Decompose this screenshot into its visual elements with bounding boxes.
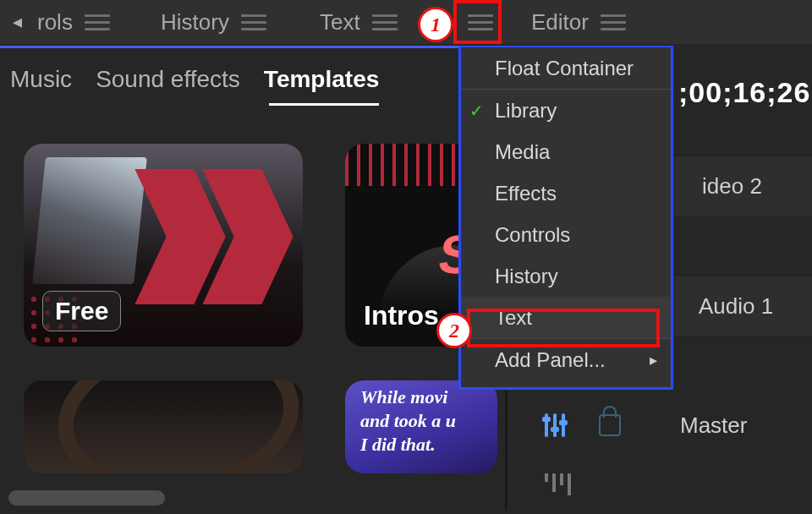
tab-editor[interactable]: Editor [531, 0, 626, 44]
template-thumb-wreath[interactable] [24, 380, 303, 473]
tab-history-label: History [161, 9, 229, 36]
library-subtabs: Music Sound effects Templates [10, 66, 379, 93]
annotation-callout-1: 1 [418, 7, 453, 42]
annotation-box-2 [467, 309, 660, 347]
track-master-label: Master [680, 413, 747, 439]
subtab-underline [269, 103, 379, 106]
thumb-art [47, 380, 303, 473]
menu-item-history[interactable]: History [461, 255, 671, 297]
menu-item-label: Library [495, 99, 557, 123]
thumb-quote-text: While movi and took a u I did that. [360, 386, 487, 457]
thumb-art [151, 169, 210, 304]
template-thumb-free[interactable]: Free [24, 144, 303, 347]
tab-history[interactable]: History [161, 0, 266, 44]
hamburger-icon[interactable] [372, 14, 398, 30]
menu-item-library[interactable]: ✓ Library [461, 90, 671, 131]
annotation-box-1 [453, 0, 502, 44]
tab-controls[interactable]: rols [37, 0, 110, 44]
menu-item-media[interactable]: Media [461, 131, 671, 172]
tab-text[interactable]: Text [320, 0, 398, 44]
check-icon: ✓ [469, 101, 484, 121]
menu-item-label: Add Panel... [495, 348, 606, 372]
menu-item-float-container[interactable]: Float Container [461, 47, 671, 89]
tabs-scroll-left[interactable]: ◂ [7, 7, 27, 37]
track-master-controls: Master [508, 396, 812, 455]
thumb-caption-text: Free [55, 297, 108, 325]
menu-item-effects[interactable]: Effects [461, 172, 671, 214]
quote-line: I did that. [360, 434, 436, 455]
hamburger-icon[interactable] [241, 14, 266, 30]
tab-editor-label: Editor [531, 9, 589, 36]
menu-item-label: Effects [495, 182, 557, 205]
thumb-art [32, 157, 147, 284]
track-extra-controls [508, 455, 812, 514]
menu-item-controls[interactable]: Controls [461, 214, 671, 255]
tab-text-label: Text [320, 9, 360, 36]
template-thumb-quote[interactable]: While movi and took a u I did that. [345, 380, 497, 473]
quote-line: While movi [360, 386, 447, 407]
submenu-arrow-icon: ▸ [650, 351, 657, 369]
horizontal-scrollbar[interactable] [8, 490, 165, 506]
levels-icon[interactable] [545, 473, 571, 495]
hamburger-icon[interactable] [85, 14, 110, 30]
subtab-music[interactable]: Music [10, 66, 72, 93]
subtab-templates[interactable]: Templates [264, 66, 379, 93]
annotation-callout-2: 2 [436, 313, 472, 348]
menu-item-label: Media [495, 140, 550, 164]
thumb-caption: Intros [364, 300, 439, 331]
subtab-sound-effects[interactable]: Sound effects [96, 66, 240, 93]
lock-icon[interactable] [599, 414, 621, 436]
timecode-display[interactable]: ;00;16;26 [678, 76, 810, 109]
tab-controls-label: rols [37, 9, 73, 36]
top-tab-bar: ◂ rols History Text Editor [0, 0, 812, 44]
menu-item-label: Float Container [495, 57, 634, 80]
thumb-caption: Free [42, 291, 121, 331]
hamburger-icon[interactable] [601, 14, 626, 30]
menu-item-label: History [495, 265, 558, 288]
mixer-icon[interactable] [545, 413, 565, 437]
menu-item-label: Controls [495, 223, 570, 247]
quote-line: and took a u [360, 410, 456, 431]
thumb-art [218, 169, 277, 304]
